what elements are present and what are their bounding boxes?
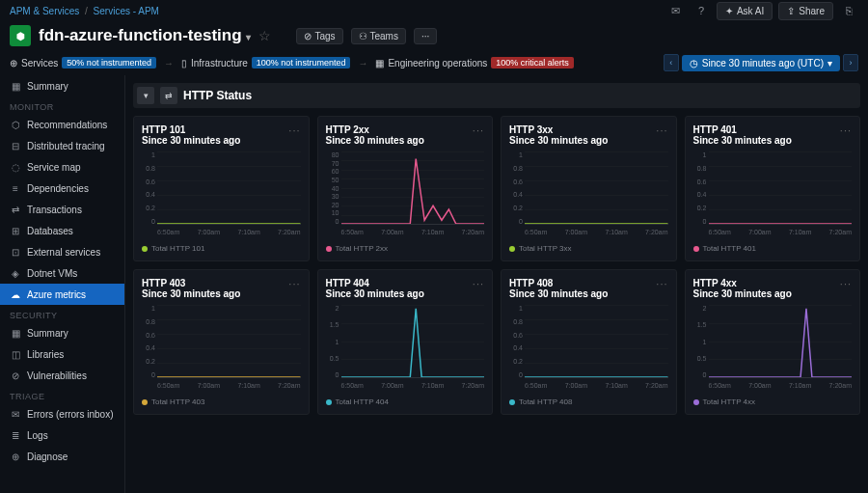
sidebar-item-label: Dependencies: [27, 183, 89, 194]
chart-plot[interactable]: 21.510.506:50am7:00am7:10am7:20am: [693, 305, 853, 394]
chart-title: HTTP 403: [142, 278, 288, 288]
sidebar-item-summary[interactable]: ▦Summary: [0, 75, 124, 96]
share-icon: ⇪: [787, 6, 795, 16]
ask-ai-button[interactable]: ✦Ask AI: [717, 2, 773, 20]
section-title: HTTP Status: [183, 89, 252, 102]
chart-plot[interactable]: 10.80.60.40.206:50am7:00am7:10am7:20am: [142, 151, 301, 240]
y-axis: 10.80.60.40.20: [693, 151, 707, 225]
chart-legend: Total HTTP 401: [693, 244, 853, 253]
sidebar-item-service-map[interactable]: ◌Service map: [0, 156, 124, 178]
sidebar-section: TRIAGE: [0, 386, 124, 403]
share-button[interactable]: ⇪Share: [778, 2, 833, 20]
chart-menu-button[interactable]: ···: [288, 124, 300, 136]
x-axis: 6:50am7:00am7:10am7:20am: [157, 229, 301, 240]
chart-subtitle: Since 30 minutes ago: [509, 288, 656, 299]
chart-plot[interactable]: 21.510.506:50am7:00am7:10am7:20am: [326, 305, 485, 394]
sidebar-icon: ⬡: [10, 119, 21, 130]
x-axis: 6:50am7:00am7:10am7:20am: [525, 382, 668, 394]
chart-menu-button[interactable]: ···: [840, 278, 852, 289]
arrow-icon: →: [164, 58, 174, 68]
link-icon[interactable]: ⎘: [839, 1, 858, 20]
chat-icon[interactable]: ✉: [666, 1, 686, 20]
chart-title: HTTP 2xx: [326, 124, 473, 135]
sidebar-icon: ⊡: [10, 246, 21, 258]
sidebar-item-summary[interactable]: ▦Summary: [0, 322, 124, 343]
sidebar-item-azure-metrics[interactable]: ☁Azure metrics: [0, 284, 124, 305]
chart-plot[interactable]: 10.80.60.40.206:50am7:00am7:10am7:20am: [509, 151, 668, 240]
sidebar-item-dependencies[interactable]: ≡Dependencies: [0, 178, 124, 199]
sidebar-item-distributed-tracing[interactable]: ⊟Distributed tracing: [0, 135, 124, 156]
time-next-button[interactable]: ›: [843, 54, 858, 71]
sidebar-item-databases[interactable]: ⊞Databases: [0, 220, 124, 241]
chart-plot[interactable]: 807060504030201006:50am7:00am7:10am7:20a…: [326, 151, 485, 240]
chart-plot[interactable]: 10.80.60.40.206:50am7:00am7:10am7:20am: [142, 305, 301, 394]
services-badge: 50% not instrumented: [62, 57, 156, 68]
chart-menu-button[interactable]: ···: [473, 124, 484, 136]
chart-legend: Total HTTP 2xx: [326, 244, 485, 253]
chart-menu-button[interactable]: ···: [288, 278, 300, 289]
chart-plot[interactable]: 10.80.60.40.206:50am7:00am7:10am7:20am: [693, 151, 853, 240]
sidebar-item-recommendations[interactable]: ⬡Recommendations: [0, 114, 124, 135]
sidebar-item-label: Azure metrics: [27, 289, 86, 300]
chart-card: HTTP 404Since 30 minutes ago···21.510.50…: [317, 269, 494, 415]
chart-subtitle: Since 30 minutes ago: [142, 135, 288, 146]
chart-card: HTTP 2xxSince 30 minutes ago···807060504…: [317, 116, 494, 261]
services-link[interactable]: ⊕ Services 50% not instrumented: [10, 57, 156, 68]
chart-menu-button[interactable]: ···: [656, 278, 667, 289]
sidebar-icon: ◌: [10, 161, 21, 173]
chart-plot[interactable]: 10.80.60.40.206:50am7:00am7:10am7:20am: [509, 305, 668, 394]
chart-title: HTTP 408: [509, 278, 656, 288]
more-button[interactable]: ···: [414, 28, 437, 44]
legend-dot: [142, 399, 148, 405]
chart-menu-button[interactable]: ···: [656, 124, 667, 136]
sidebar-item-label: Transactions: [27, 205, 82, 215]
sidebar-icon: ⊟: [10, 140, 21, 151]
chart-card: HTTP 408Since 30 minutes ago···10.80.60.…: [501, 269, 677, 415]
teams-button[interactable]: ⚇Teams: [351, 28, 406, 44]
chart-menu-button[interactable]: ···: [473, 278, 484, 289]
y-axis: 10.80.60.40.20: [509, 151, 523, 225]
x-axis: 6:50am7:00am7:10am7:20am: [157, 382, 301, 394]
tags-button[interactable]: ⊘Tags: [296, 28, 342, 44]
breadcrumb[interactable]: APM & Services / Services - APM: [10, 6, 159, 16]
chart-subtitle: Since 30 minutes ago: [693, 135, 840, 146]
chart-menu-button[interactable]: ···: [840, 124, 852, 136]
chart-subtitle: Since 30 minutes ago: [142, 288, 288, 299]
y-axis: 10.80.60.40.20: [142, 151, 155, 225]
sidebar-item-libraries[interactable]: ◫Libraries: [0, 343, 124, 365]
compare-icon[interactable]: ⇄: [160, 87, 177, 104]
help-icon[interactable]: ?: [692, 1, 711, 20]
chart-subtitle: Since 30 minutes ago: [693, 288, 840, 299]
sidebar-icon: ≣: [10, 429, 21, 441]
chart-subtitle: Since 30 minutes ago: [326, 135, 473, 146]
eng-ops-link[interactable]: ▦ Engineering operations 100% critical a…: [375, 57, 573, 68]
sidebar-item-label: External services: [27, 247, 100, 258]
sidebar-section: SECURITY: [0, 305, 124, 322]
sidebar-item-logs[interactable]: ≣Logs: [0, 425, 124, 446]
x-axis: 6:50am7:00am7:10am7:20am: [341, 229, 485, 240]
breadcrumb-a[interactable]: APM & Services: [10, 6, 79, 16]
time-prev-button[interactable]: ‹: [664, 54, 679, 71]
grid-icon: ▦: [375, 58, 384, 68]
y-axis: 10.80.60.40.20: [509, 305, 523, 378]
sidebar-item-errors-errors-inbox-[interactable]: ✉Errors (errors inbox): [0, 403, 124, 425]
collapse-button[interactable]: ▾: [137, 87, 154, 104]
sidebar-item-diagnose[interactable]: ⊕Diagnose: [0, 446, 124, 467]
chart-card: HTTP 101Since 30 minutes ago···10.80.60.…: [133, 116, 310, 261]
globe-icon: ⊕: [10, 58, 17, 68]
sparkle-icon: ✦: [725, 6, 733, 16]
star-icon[interactable]: ☆: [258, 28, 271, 43]
sidebar-item-transactions[interactable]: ⇄Transactions: [0, 199, 124, 220]
sidebar-item-label: Distributed tracing: [27, 141, 105, 151]
sidebar-icon: ⊞: [10, 225, 21, 236]
chart-title: HTTP 401: [693, 124, 840, 135]
page-title[interactable]: fdn-azure-function-testing ▾: [39, 26, 251, 45]
infra-link[interactable]: ▯ Infrastructure 100% not instrumented: [181, 57, 350, 68]
sidebar-item-vulnerabilities[interactable]: ⊘Vulnerabilities: [0, 365, 124, 386]
legend-dot: [693, 246, 699, 252]
chart-card: HTTP 401Since 30 minutes ago···10.80.60.…: [685, 116, 861, 261]
time-picker[interactable]: ◷ Since 30 minutes ago (UTC) ▾: [682, 55, 840, 71]
breadcrumb-b[interactable]: Services - APM: [94, 6, 159, 16]
sidebar-item-external-services[interactable]: ⊡External services: [0, 241, 124, 262]
sidebar-item-dotnet-vms[interactable]: ◈Dotnet VMs: [0, 262, 124, 284]
